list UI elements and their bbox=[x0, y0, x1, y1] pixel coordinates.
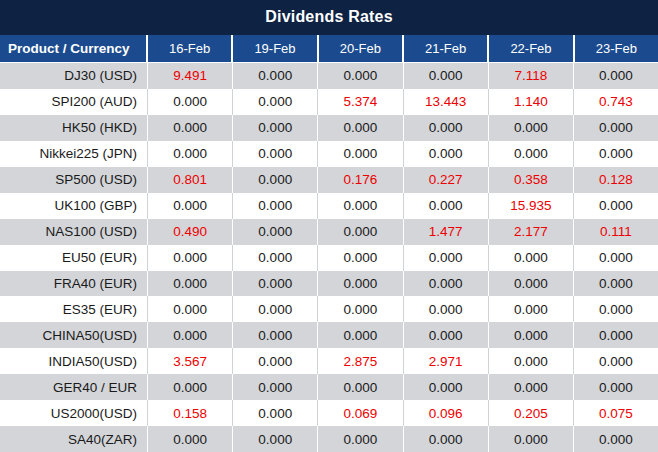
value-cell: 0.000 bbox=[148, 115, 233, 141]
value-cell: 0.000 bbox=[574, 296, 658, 322]
value-cell: 0.158 bbox=[148, 400, 233, 426]
value-cell: 0.000 bbox=[148, 374, 233, 400]
date-column-header: 22-Feb bbox=[489, 35, 574, 62]
value-cell: 0.000 bbox=[404, 271, 489, 297]
value-cell: 0.205 bbox=[489, 400, 574, 426]
value-cell: 0.000 bbox=[233, 426, 318, 452]
product-cell: HK50 (HKD) bbox=[0, 115, 148, 141]
value-cell: 0.000 bbox=[318, 141, 403, 167]
value-cell: 0.000 bbox=[489, 271, 574, 297]
value-cell: 0.743 bbox=[574, 89, 658, 115]
value-cell: 0.000 bbox=[489, 426, 574, 452]
value-cell: 0.000 bbox=[148, 296, 233, 322]
value-cell: 7.118 bbox=[489, 63, 574, 89]
value-cell: 0.000 bbox=[404, 193, 489, 219]
table-row: FRA40 (EUR)0.0000.0000.0000.0000.0000.00… bbox=[0, 271, 658, 297]
table-row: GER40 / EUR0.0000.0000.0000.0000.0000.00… bbox=[0, 374, 658, 400]
value-cell: 0.358 bbox=[489, 167, 574, 193]
value-cell: 0.000 bbox=[404, 115, 489, 141]
value-cell: 0.000 bbox=[574, 426, 658, 452]
value-cell: 0.128 bbox=[574, 167, 658, 193]
product-cell: SP500 (USD) bbox=[0, 167, 148, 193]
value-cell: 0.000 bbox=[574, 193, 658, 219]
table-row: SA40(ZAR)0.0000.0000.0000.0000.0000.000 bbox=[0, 426, 658, 452]
value-cell: 1.477 bbox=[404, 219, 489, 245]
value-cell: 0.000 bbox=[318, 426, 403, 452]
value-cell: 0.000 bbox=[574, 374, 658, 400]
value-cell: 0.000 bbox=[489, 141, 574, 167]
table-row: INDIA50(USD)3.5670.0002.8752.9710.0000.0… bbox=[0, 348, 658, 374]
product-currency-header: Product / Currency bbox=[0, 35, 148, 62]
value-cell: 0.096 bbox=[404, 400, 489, 426]
product-cell: EU50 (EUR) bbox=[0, 245, 148, 271]
product-cell: US2000(USD) bbox=[0, 400, 148, 426]
value-cell: 9.491 bbox=[148, 63, 233, 89]
value-cell: 0.111 bbox=[574, 219, 658, 245]
value-cell: 0.000 bbox=[318, 271, 403, 297]
value-cell: 0.075 bbox=[574, 400, 658, 426]
value-cell: 0.000 bbox=[489, 245, 574, 271]
value-cell: 0.000 bbox=[489, 348, 574, 374]
date-column-header: 19-Feb bbox=[233, 35, 318, 62]
value-cell: 0.000 bbox=[148, 426, 233, 452]
value-cell: 0.000 bbox=[233, 193, 318, 219]
table-body: DJ30 (USD)9.4910.0000.0000.0007.1180.000… bbox=[0, 63, 658, 452]
product-cell: NAS100 (USD) bbox=[0, 219, 148, 245]
value-cell: 0.000 bbox=[574, 245, 658, 271]
product-cell: GER40 / EUR bbox=[0, 374, 148, 400]
value-cell: 1.140 bbox=[489, 89, 574, 115]
value-cell: 0.000 bbox=[404, 141, 489, 167]
value-cell: 0.000 bbox=[404, 322, 489, 348]
value-cell: 0.000 bbox=[574, 271, 658, 297]
value-cell: 3.567 bbox=[148, 348, 233, 374]
value-cell: 5.374 bbox=[318, 89, 403, 115]
value-cell: 0.000 bbox=[404, 296, 489, 322]
value-cell: 0.176 bbox=[318, 167, 403, 193]
value-cell: 0.000 bbox=[574, 115, 658, 141]
value-cell: 0.227 bbox=[404, 167, 489, 193]
header-row: Product / Currency16-Feb19-Feb20-Feb21-F… bbox=[0, 33, 658, 63]
value-cell: 0.000 bbox=[148, 271, 233, 297]
value-cell: 0.000 bbox=[233, 271, 318, 297]
value-cell: 13.443 bbox=[404, 89, 489, 115]
value-cell: 0.000 bbox=[148, 141, 233, 167]
value-cell: 2.971 bbox=[404, 348, 489, 374]
value-cell: 0.000 bbox=[318, 374, 403, 400]
product-cell: SA40(ZAR) bbox=[0, 426, 148, 452]
value-cell: 0.000 bbox=[233, 296, 318, 322]
table-row: HK50 (HKD)0.0000.0000.0000.0000.0000.000 bbox=[0, 115, 658, 141]
value-cell: 0.000 bbox=[404, 63, 489, 89]
value-cell: 0.000 bbox=[233, 348, 318, 374]
table-row: NAS100 (USD)0.4900.0000.0001.4772.1770.1… bbox=[0, 219, 658, 245]
value-cell: 0.000 bbox=[233, 141, 318, 167]
value-cell: 0.000 bbox=[489, 115, 574, 141]
product-cell: FRA40 (EUR) bbox=[0, 271, 148, 297]
product-cell: Nikkei225 (JPN) bbox=[0, 141, 148, 167]
dividends-rates-table: Dividends Rates Product / Currency16-Feb… bbox=[0, 0, 658, 452]
value-cell: 0.000 bbox=[233, 167, 318, 193]
value-cell: 0.000 bbox=[233, 219, 318, 245]
table-row: EU50 (EUR)0.0000.0000.0000.0000.0000.000 bbox=[0, 245, 658, 271]
value-cell: 0.000 bbox=[489, 374, 574, 400]
value-cell: 0.000 bbox=[148, 89, 233, 115]
product-cell: UK100 (GBP) bbox=[0, 193, 148, 219]
value-cell: 0.801 bbox=[148, 167, 233, 193]
product-cell: DJ30 (USD) bbox=[0, 63, 148, 89]
product-cell: ES35 (EUR) bbox=[0, 296, 148, 322]
value-cell: 0.000 bbox=[404, 374, 489, 400]
value-cell: 0.000 bbox=[489, 322, 574, 348]
value-cell: 2.875 bbox=[318, 348, 403, 374]
value-cell: 2.177 bbox=[489, 219, 574, 245]
date-column-header: 23-Feb bbox=[575, 35, 658, 62]
value-cell: 0.000 bbox=[574, 322, 658, 348]
value-cell: 0.000 bbox=[318, 245, 403, 271]
value-cell: 0.000 bbox=[233, 374, 318, 400]
value-cell: 0.000 bbox=[233, 400, 318, 426]
value-cell: 0.000 bbox=[233, 245, 318, 271]
value-cell: 0.000 bbox=[233, 89, 318, 115]
product-cell: SPI200 (AUD) bbox=[0, 89, 148, 115]
value-cell: 0.000 bbox=[233, 115, 318, 141]
value-cell: 0.000 bbox=[148, 245, 233, 271]
date-column-header: 20-Feb bbox=[319, 35, 404, 62]
value-cell: 0.069 bbox=[318, 400, 403, 426]
